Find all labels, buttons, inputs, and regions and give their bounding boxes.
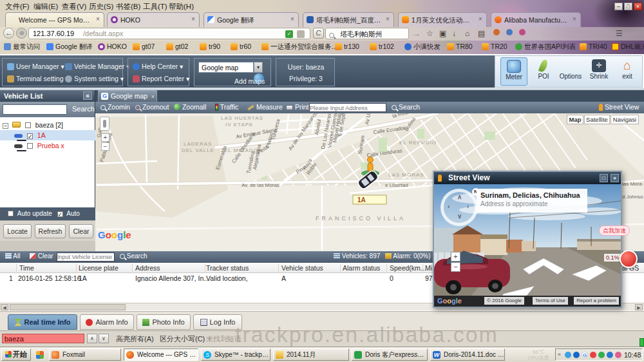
street-view-restore-button[interactable]: □ (600, 174, 608, 182)
search-box[interactable]: 塔毛利帕斯州 (325, 28, 409, 39)
zoomall-button[interactable]: Zoomall (174, 103, 206, 111)
panel-collapse-icon[interactable]: « (83, 91, 92, 100)
street-view-close-button[interactable]: × (611, 174, 619, 182)
task-doris-doc[interactable]: WDoris-2014.11.doc - WP... (430, 348, 505, 361)
report-center-button[interactable]: Report Center ▾ (133, 75, 189, 82)
license-filter-input[interactable] (57, 252, 115, 262)
bookmark-item[interactable]: Google 翻译 (46, 43, 93, 52)
tab-close-icon[interactable]: × (189, 15, 197, 23)
tab-close-icon[interactable]: × (571, 15, 578, 23)
accelerator-ball[interactable] (620, 250, 638, 268)
window-minimize-button[interactable]: – (614, 3, 623, 10)
tab-photo-info[interactable]: Photo Info (137, 314, 191, 330)
map-select-arrow[interactable]: ▾ (254, 62, 263, 73)
menu-file[interactable]: 文件(F) (5, 2, 30, 12)
reload-button[interactable]: C (313, 28, 324, 39)
menu-history[interactable]: 历史(S) (89, 2, 113, 12)
tray-icon[interactable] (590, 352, 596, 358)
tab-close-icon[interactable]: × (477, 15, 484, 23)
tray-icon[interactable] (607, 352, 613, 358)
tray-collapse-icon[interactable]: « (558, 351, 561, 357)
find-input[interactable] (2, 334, 84, 343)
vehicle-search-button[interactable]: Search (72, 105, 95, 113)
tab-close-icon[interactable]: × (94, 15, 102, 23)
bookmark-item[interactable]: tr90 (200, 43, 220, 52)
tray-icon[interactable] (565, 352, 571, 358)
street-view-zoom-in[interactable]: + (451, 252, 460, 262)
map-control-satellite[interactable]: Satellite (584, 115, 610, 124)
bookmark-item[interactable]: TR20 (482, 43, 507, 52)
street-view-compass[interactable]: ∧ ∨ ‹ › N (440, 189, 478, 226)
page-icon[interactable]: ▣ (439, 29, 446, 38)
tab-gps-monitor[interactable]: Welcome --- GPS Monitor ... × (5, 12, 104, 27)
tab-hoko[interactable]: HOKO × (107, 12, 200, 27)
vehicle-label[interactable]: 1A (37, 131, 46, 139)
map-zoom-out-button[interactable]: − (101, 142, 109, 151)
vehicle-checkbox[interactable] (27, 143, 33, 149)
tab-log-info[interactable]: Log Info (193, 314, 242, 330)
tray-icon[interactable]: G (582, 352, 588, 358)
extension-icon[interactable] (297, 30, 305, 38)
table-all-button[interactable]: All (5, 252, 20, 260)
go-icon[interactable]: → (413, 29, 421, 38)
options-button[interactable]: Options (557, 57, 584, 86)
menu-icon[interactable]: ☰ (616, 29, 623, 38)
street-view-terms-link[interactable]: Terms of Use (533, 297, 568, 305)
vehicle-checkbox[interactable]: ✓ (27, 133, 33, 139)
zoomin-button[interactable]: Zoomin (100, 103, 130, 111)
menu-tools[interactable]: 工具(T) (143, 2, 167, 12)
tab-close-icon[interactable]: × (289, 15, 296, 23)
meter-button[interactable]: Meter (500, 57, 527, 86)
tab-baidu-search[interactable]: 塔毛利帕斯州_百度搜索 × (303, 12, 394, 27)
vehicle-map-label[interactable]: 1A (353, 195, 386, 204)
col-speed[interactable]: Speed(km... (390, 264, 426, 272)
tab-google-translate[interactable]: Google 翻译 × (204, 12, 299, 27)
tab-alibaba[interactable]: Alibaba Manufacturer Dire... × (491, 12, 581, 27)
find-next-button[interactable]: ∨ (99, 334, 109, 343)
col-license-plate[interactable]: License plate (79, 264, 118, 272)
tree-vehicle-row[interactable]: Prueba x (0, 140, 95, 151)
table-clear-button[interactable]: Clear (30, 252, 53, 260)
bookmark-item[interactable]: gt02 (166, 43, 188, 52)
scroll-left-button[interactable]: ◀ (1, 304, 8, 310)
task-skype[interactable]: SSkype™ - trackpro18 (201, 348, 270, 361)
traffic-button[interactable]: Traffic (215, 103, 238, 111)
tree-expander-icon[interactable]: − (3, 123, 8, 129)
bookmark-item[interactable]: 世界各国API列表 (515, 43, 576, 52)
tray-clock[interactable]: 10:48 (624, 351, 641, 359)
bookmark-item[interactable]: TRI40 (580, 43, 607, 52)
find-previous-button[interactable]: ∧ (87, 334, 97, 343)
bookmark-item[interactable]: 最常访问 (4, 43, 40, 52)
bookmark-item[interactable]: tr60 (231, 43, 251, 52)
task-folder[interactable]: 2014.11月 (273, 348, 349, 361)
tab-alarm-info[interactable]: Alarm Info (80, 314, 134, 330)
vehicle-label[interactable]: Prueba x (37, 142, 64, 149)
street-view-zoom-out[interactable]: − (451, 262, 460, 272)
tree-group-row[interactable]: − baeza [2] (0, 120, 95, 130)
accelerator-bubble[interactable]: 点我加速 (599, 225, 630, 236)
col-time[interactable]: Time (19, 264, 34, 272)
menu-help[interactable]: 帮助(H) (169, 2, 194, 12)
user-manager-button[interactable]: User Manager ▾ (7, 62, 64, 70)
help-center-button[interactable]: Help Center ▾ (133, 62, 183, 70)
vehicle-search-input[interactable] (3, 104, 67, 115)
exit-button[interactable]: ⌂ exit (614, 57, 641, 86)
quick-launch-icon[interactable] (36, 351, 44, 359)
tab-realtime-info[interactable]: Real time Info (8, 314, 77, 330)
map-tab-close-icon[interactable]: × (151, 91, 155, 102)
map-control-navigasi[interactable]: Navigasi (611, 115, 639, 124)
zoomout-button[interactable]: Zoomout (135, 103, 169, 111)
shield-icon[interactable]: ✓ (285, 30, 293, 38)
clear-button[interactable]: Clear (69, 224, 93, 238)
shrink-button[interactable]: ✛ Shrink (585, 57, 612, 86)
tab-promo[interactable]: 1月英文优化活动秒杀活动 × (398, 12, 487, 27)
map-control-map[interactable]: Map (567, 115, 583, 124)
bookmark-item[interactable]: gt07 (133, 43, 155, 52)
task-foxmail[interactable]: Foxmail (49, 348, 121, 361)
bookmark-item[interactable]: TR80 (447, 43, 473, 52)
map-address-input[interactable] (309, 103, 386, 112)
match-case-checkbox[interactable]: 区分大小写(C) (160, 334, 205, 344)
system-setting-button[interactable]: System setting ▾ (65, 75, 124, 82)
highlight-all-button[interactable]: 高亮所有(A) (116, 334, 154, 344)
auto-update-checkbox[interactable] (8, 211, 14, 216)
